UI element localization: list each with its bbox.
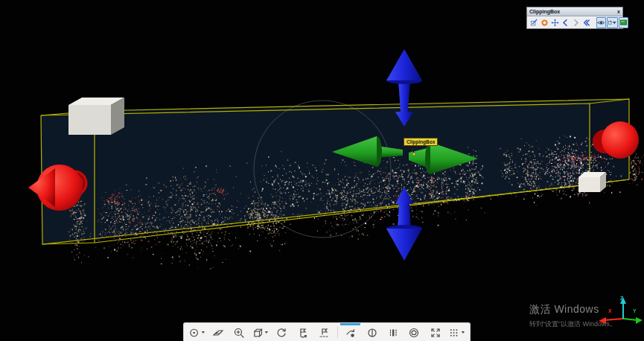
y-max-clip-handle[interactable] xyxy=(409,142,478,174)
toolbar-separator xyxy=(337,327,338,338)
box-corner-scale-handle[interactable] xyxy=(68,98,124,135)
x-max-clip-handle[interactable] xyxy=(593,121,639,159)
apply-clip-icon[interactable] xyxy=(619,17,628,28)
clippingbox-palette-title: ClippingBox xyxy=(529,7,560,16)
clippingbox-tag[interactable]: ClippingBox xyxy=(404,138,438,146)
globe-view-button[interactable] xyxy=(406,325,422,341)
clippingbox-palette-titlebar[interactable]: ClippingBox x xyxy=(527,7,622,16)
close-icon[interactable]: x xyxy=(617,8,620,15)
zoom-tool-button[interactable] xyxy=(231,325,247,341)
y-axis-arrow xyxy=(636,317,643,324)
sketch-tool-button[interactable] xyxy=(342,325,359,341)
watermark-line2: 转到“设置”以激活 Windows。 xyxy=(529,319,616,329)
lighting-toggle-button[interactable] xyxy=(364,325,380,341)
recap-viewport-window: X Y Z ClippingBox ClippingBox x 激活 Windo… xyxy=(0,0,644,341)
visibility-icon[interactable] xyxy=(596,17,606,28)
viewcube-menu-button[interactable] xyxy=(252,325,269,341)
z-max-clip-handle[interactable] xyxy=(386,49,422,127)
edit-clippingbox-icon[interactable] xyxy=(529,17,539,28)
move-clippingbox-icon[interactable] xyxy=(550,17,560,28)
flag-view-button[interactable] xyxy=(316,325,332,341)
scan-filter-button[interactable] xyxy=(385,325,401,341)
z-min-clip-handle[interactable] xyxy=(386,187,422,261)
pivot-menu-button[interactable] xyxy=(188,325,205,341)
z-axis-label: Z xyxy=(620,296,624,301)
orbit-tool-button[interactable] xyxy=(273,325,290,341)
gizmo-overlay: X Y Z xyxy=(0,0,644,341)
y-axis-label: Y xyxy=(633,308,637,313)
watermark-line1: 激活 Windows xyxy=(529,303,616,316)
navigation-toolbar xyxy=(183,322,471,341)
grid-menu-button[interactable] xyxy=(448,325,465,341)
windows-activation-watermark: 激活 Windows 转到“设置”以激活 Windows。 xyxy=(529,303,616,329)
clip-mode-icon[interactable] xyxy=(607,17,618,28)
clippingbox-palette[interactable]: ClippingBox x xyxy=(526,7,623,29)
reset-icon[interactable] xyxy=(581,17,591,28)
fit-view-button[interactable] xyxy=(427,325,444,341)
lookat-tool-button[interactable] xyxy=(295,325,311,341)
ring-handle-icon[interactable] xyxy=(540,17,549,28)
step-back-icon[interactable] xyxy=(561,17,570,28)
step-forward-icon[interactable] xyxy=(571,17,581,28)
x-min-clip-handle[interactable] xyxy=(28,165,84,211)
box-corner-scale-handle-2[interactable] xyxy=(578,172,606,192)
clippingbox-palette-buttons xyxy=(527,16,622,28)
y-min-clip-handle[interactable] xyxy=(332,136,403,167)
pan-tool-button[interactable] xyxy=(210,325,226,341)
